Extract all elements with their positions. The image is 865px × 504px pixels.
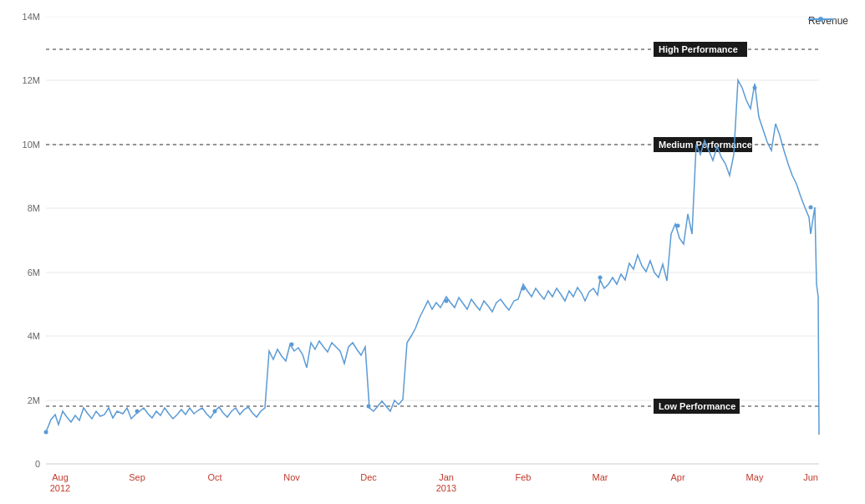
- x-label-aug: Aug: [52, 472, 69, 482]
- x-label-mar: Mar: [593, 472, 608, 482]
- y-label-8m: 8M: [28, 203, 40, 213]
- x-label-jan: Jan: [439, 472, 454, 482]
- data-dot: [213, 410, 217, 414]
- revenue-line: [46, 80, 819, 435]
- y-label-0: 0: [35, 459, 40, 469]
- data-dot: [135, 410, 140, 414]
- y-label-6m: 6M: [28, 267, 40, 277]
- data-dot: [598, 276, 603, 280]
- y-label-14m: 14M: [23, 12, 40, 22]
- x-label-oct: Oct: [207, 472, 221, 482]
- low-performance-label: Low Performance: [659, 401, 735, 411]
- chart-legend: Revenue: [808, 15, 848, 27]
- x-label-dec: Dec: [360, 472, 377, 482]
- svg-point-15: [818, 17, 823, 22]
- x-label-2012: 2012: [50, 483, 70, 493]
- x-label-apr: Apr: [670, 472, 684, 482]
- y-label-2m: 2M: [28, 395, 40, 405]
- x-label-2013: 2013: [436, 483, 456, 493]
- legend-icon: [808, 15, 833, 23]
- x-label-feb: Feb: [516, 472, 532, 482]
- data-dot: [753, 86, 757, 90]
- data-dot: [367, 405, 371, 409]
- y-label-4m: 4M: [28, 331, 40, 341]
- high-performance-label: High Performance: [659, 44, 738, 54]
- data-dot: [290, 343, 294, 347]
- x-label-sep: Sep: [129, 472, 145, 482]
- data-dot: [44, 430, 48, 435]
- y-label-12m: 12M: [23, 75, 40, 85]
- chart-svg: 0 2M 4M 6M 8M 10M 12M 14M High Performan…: [0, 0, 865, 504]
- x-label-may: May: [746, 472, 764, 482]
- chart-container: 0 2M 4M 6M 8M 10M 12M 14M High Performan…: [0, 0, 865, 504]
- data-dot: [522, 287, 526, 291]
- x-label-jun: Jun: [803, 472, 818, 482]
- data-dot: [809, 206, 813, 210]
- x-label-nov: Nov: [283, 472, 300, 482]
- y-label-10m: 10M: [23, 140, 40, 150]
- data-dot: [676, 224, 680, 228]
- data-dot: [445, 299, 449, 303]
